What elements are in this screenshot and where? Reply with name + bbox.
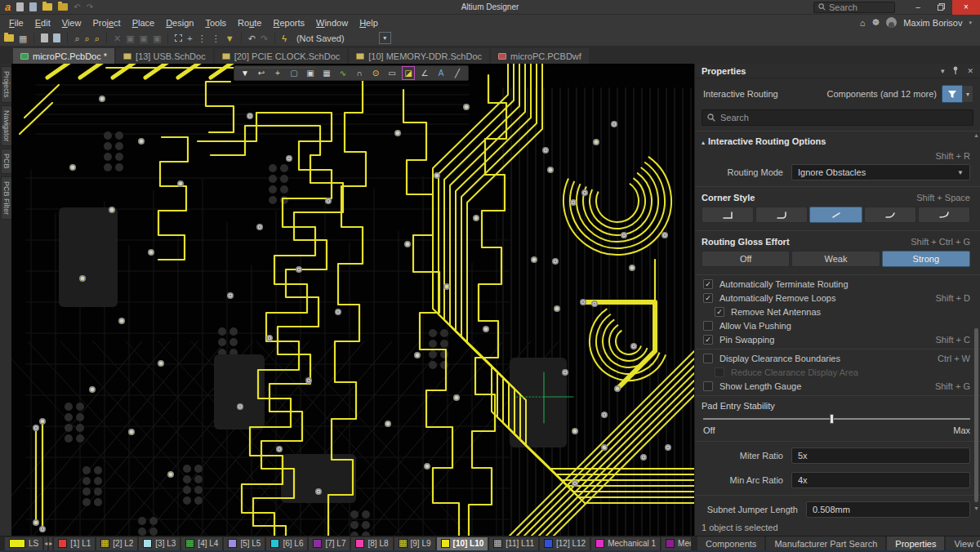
menu-edit[interactable]: Edit [29, 16, 56, 29]
panel-tab-properties[interactable]: Properties [887, 536, 944, 550]
layer-scroll-left[interactable]: ◂ [44, 537, 47, 550]
minimize-button[interactable]: – [906, 0, 929, 15]
scrollbar-thumb[interactable] [974, 328, 978, 502]
layer-item-10-l10[interactable]: [10] L10 [437, 537, 488, 550]
corner-style-corner-90[interactable] [702, 207, 754, 223]
scroll-up-icon[interactable]: ▲ [973, 132, 979, 138]
checkbox[interactable]: ✓ [703, 293, 713, 303]
grid-icon[interactable]: ▦ [318, 66, 335, 80]
move-icon[interactable]: + [187, 33, 192, 44]
duplicate-icon[interactable]: ▣ [153, 33, 161, 44]
save-icon[interactable]: ▦ [19, 33, 27, 44]
scroll-down-icon[interactable]: ▼ [973, 505, 979, 511]
layer-item-2-l2[interactable]: [2] L2 [96, 537, 137, 550]
checkbox-row-automatically-terminate-routing[interactable]: ✓Automatically Terminate Routing [695, 277, 980, 291]
home-icon[interactable]: ⌂ [860, 18, 866, 28]
pin-icon[interactable] [952, 66, 959, 76]
panel-scrollbar[interactable]: ▲ ▼ [973, 132, 979, 510]
layer-item-8-l8[interactable]: [8] L8 [351, 537, 392, 550]
field-input-miter-ratio[interactable]: 5x [791, 447, 970, 464]
checkbox-row-display-clearance-boundaries[interactable]: Display Clearance BoundariesCtrl + W [695, 351, 980, 365]
panel-close-icon[interactable]: ✕ [967, 67, 973, 75]
doc-tab-2[interactable]: [13] USB.SchDoc [116, 48, 213, 64]
gloss-off[interactable]: Off [702, 251, 790, 267]
checkbox[interactable]: ✓ [715, 307, 724, 317]
corner-style-corner-45-rounded[interactable] [864, 207, 916, 223]
arc-icon[interactable]: ∩ [351, 66, 368, 80]
menu-tools[interactable]: Tools [199, 16, 232, 29]
checkbox[interactable]: ✓ [703, 279, 713, 289]
route-icon[interactable]: ∿ [335, 66, 351, 80]
open-icon[interactable] [4, 34, 14, 42]
document-check-icon[interactable] [53, 33, 60, 42]
align-icon[interactable]: ⋮ [198, 33, 207, 44]
menu-window[interactable]: Window [310, 16, 354, 29]
open-folder-icon[interactable] [42, 3, 52, 11]
layer-item-12-l12[interactable]: [12] L12 [540, 537, 590, 550]
rail-tab-navigator[interactable]: Navigator [1, 105, 12, 147]
copy-icon[interactable]: ▣ [126, 33, 134, 44]
rail-tab-pcb[interactable]: PCB [1, 149, 12, 174]
cut-icon[interactable]: ✕ [114, 33, 121, 44]
routing-mode-select[interactable]: Ignore Obstacles ▼ [791, 164, 970, 180]
corner-style-corner-arc[interactable] [918, 207, 970, 223]
doc-tab-3[interactable]: [20] PCIE CLOCK.SchDoc [215, 48, 348, 64]
rail-tab-projects[interactable]: Projects [1, 66, 12, 103]
open-document-icon[interactable] [29, 2, 37, 11]
global-search-input[interactable]: Search [813, 2, 895, 13]
menu-project[interactable]: Project [87, 16, 126, 29]
open-project-icon[interactable] [58, 3, 68, 11]
checkbox-row-automatically-remove-loops[interactable]: ✓Automatically Remove LoopsShift + D [695, 291, 980, 305]
autoroute-icon[interactable]: ϟ [282, 33, 287, 44]
zoom-document-icon[interactable]: ⌕ [74, 33, 79, 44]
checkbox[interactable] [715, 367, 724, 377]
field-input-subnet-jumper-length[interactable]: 0.508mm [806, 501, 970, 518]
menu-design[interactable]: Design [160, 16, 199, 29]
gloss-weak[interactable]: Weak [791, 251, 880, 267]
via-icon[interactable]: ⊙ [368, 66, 384, 80]
layer-item-mechanical-2[interactable]: Mechanical 2 [662, 537, 691, 550]
object-filter-button[interactable] [942, 85, 963, 103]
object-filter-dropdown[interactable]: ▾ [963, 85, 973, 103]
panel-tab-components[interactable]: Components [697, 536, 764, 550]
snap-icon[interactable]: ↩ [253, 66, 270, 80]
clear-filter-icon[interactable]: ▼ [225, 33, 234, 44]
layer-item-3-l3[interactable]: [3] L3 [139, 537, 180, 550]
checkbox-row-allow-via-pushing[interactable]: Allow Via Pushing [695, 318, 980, 332]
pad-entry-slider[interactable] [695, 412, 980, 424]
select-area-icon[interactable] [175, 34, 182, 42]
union-icon[interactable]: ▣ [302, 66, 318, 80]
layer-item-mechanical-1[interactable]: Mechanical 1 [591, 537, 660, 550]
panel-menu-chevron-icon[interactable]: ▾ [941, 67, 945, 75]
layer-item-4-l4[interactable]: [4] L4 [181, 537, 222, 550]
paste-icon[interactable]: ▣ [140, 33, 148, 44]
zoom-in-icon[interactable]: ⌕ [95, 33, 100, 44]
checkbox[interactable] [703, 321, 713, 331]
corner-style-corner-90-rounded[interactable] [755, 207, 808, 223]
new-document-icon[interactable] [16, 2, 24, 11]
line-icon[interactable]: ╱ [449, 66, 466, 80]
doc-tab-1[interactable]: microPC.PcbDoc * [13, 48, 114, 64]
text-icon[interactable]: A [433, 66, 449, 80]
layer-item-11-l11[interactable]: [11] L11 [489, 537, 538, 550]
layer-item-7-l7[interactable]: [7] L7 [309, 537, 350, 550]
layer-item-ls[interactable]: LS [5, 537, 42, 550]
properties-search-input[interactable]: Search [702, 109, 973, 126]
menu-view[interactable]: View [56, 16, 87, 29]
redo-icon[interactable]: ↷ [261, 33, 268, 44]
layer-item-1-l1[interactable]: [1] L1 [54, 537, 95, 550]
layer-item-9-l9[interactable]: [9] L9 [394, 537, 435, 550]
layer-item-6-l6[interactable]: [6] L6 [266, 537, 307, 550]
not-saved-combo[interactable]: (Not Saved) [296, 33, 345, 43]
measure-icon[interactable]: ∠ [416, 66, 433, 80]
not-saved-dropdown[interactable]: ▾ [379, 32, 391, 44]
room-icon[interactable]: ▭ [384, 66, 400, 80]
menu-reports[interactable]: Reports [267, 16, 310, 29]
redo-icon[interactable]: ↷ [87, 2, 93, 12]
checkbox-row-pin-swapping[interactable]: ✓Pin SwappingShift + C [695, 332, 980, 346]
document-icon[interactable] [41, 33, 48, 42]
field-input-min-arc-ratio[interactable]: 4x [791, 472, 970, 488]
corner-style-corner-45[interactable] [809, 207, 862, 223]
panel-tab-manufacturer-part-search[interactable]: Manufacturer Part Search [766, 536, 885, 550]
checkbox-row-remove-net-antennas[interactable]: ✓Remove Net Antennas [695, 305, 980, 318]
